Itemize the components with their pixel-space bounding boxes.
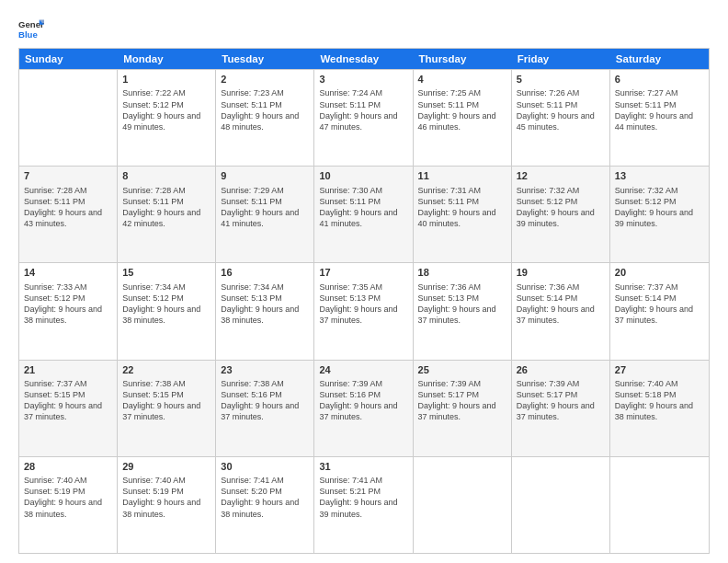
day-number: 5 — [517, 73, 605, 86]
day-cell-14: 14Sunrise: 7:33 AM Sunset: 5:12 PM Dayli… — [19, 263, 118, 359]
cell-info: Sunrise: 7:33 AM Sunset: 5:12 PM Dayligh… — [24, 282, 112, 327]
cell-info: Sunrise: 7:23 AM Sunset: 5:11 PM Dayligh… — [221, 87, 309, 132]
calendar: SundayMondayTuesdayWednesdayThursdayFrid… — [18, 48, 710, 554]
day-cell-17: 17Sunrise: 7:35 AM Sunset: 5:13 PM Dayli… — [314, 263, 413, 359]
day-number: 28 — [24, 460, 112, 474]
logo-icon: General Blue — [18, 17, 44, 42]
day-cell-31: 31Sunrise: 7:41 AM Sunset: 5:21 PM Dayli… — [314, 457, 413, 553]
day-cell-20: 20Sunrise: 7:37 AM Sunset: 5:14 PM Dayli… — [610, 263, 709, 359]
cell-info: Sunrise: 7:37 AM Sunset: 5:15 PM Dayligh… — [24, 378, 112, 423]
day-number: 8 — [122, 169, 210, 183]
cell-info: Sunrise: 7:40 AM Sunset: 5:19 PM Dayligh… — [122, 475, 210, 520]
day-number: 18 — [418, 266, 506, 280]
empty-cell — [19, 70, 118, 166]
cell-info: Sunrise: 7:24 AM Sunset: 5:11 PM Dayligh… — [319, 87, 407, 132]
day-number: 3 — [319, 73, 407, 86]
cell-info: Sunrise: 7:40 AM Sunset: 5:18 PM Dayligh… — [615, 378, 704, 423]
day-cell-10: 10Sunrise: 7:30 AM Sunset: 5:11 PM Dayli… — [314, 167, 413, 262]
day-number: 6 — [615, 73, 704, 86]
day-number: 15 — [122, 266, 210, 280]
cell-info: Sunrise: 7:30 AM Sunset: 5:11 PM Dayligh… — [319, 185, 407, 230]
header-day-thursday: Thursday — [414, 49, 512, 69]
cell-info: Sunrise: 7:38 AM Sunset: 5:15 PM Dayligh… — [122, 378, 210, 423]
cell-info: Sunrise: 7:34 AM Sunset: 5:13 PM Dayligh… — [221, 282, 309, 327]
day-cell-6: 6Sunrise: 7:27 AM Sunset: 5:11 PM Daylig… — [610, 70, 709, 166]
cell-info: Sunrise: 7:39 AM Sunset: 5:17 PM Dayligh… — [517, 378, 605, 423]
page: General Blue SundayMondayTuesdayWednesda… — [0, 0, 728, 563]
day-cell-26: 26Sunrise: 7:39 AM Sunset: 5:17 PM Dayli… — [512, 361, 610, 456]
calendar-body: 1Sunrise: 7:22 AM Sunset: 5:12 PM Daylig… — [19, 69, 709, 553]
day-number: 30 — [221, 460, 309, 474]
day-cell-2: 2Sunrise: 7:23 AM Sunset: 5:11 PM Daylig… — [216, 70, 314, 166]
day-number: 24 — [319, 363, 407, 377]
day-number: 16 — [221, 266, 309, 280]
day-cell-7: 7Sunrise: 7:28 AM Sunset: 5:11 PM Daylig… — [19, 167, 118, 262]
day-number: 29 — [122, 460, 210, 474]
header: General Blue — [18, 17, 710, 42]
empty-cell — [610, 457, 709, 553]
day-number: 9 — [221, 169, 309, 183]
day-cell-5: 5Sunrise: 7:26 AM Sunset: 5:11 PM Daylig… — [512, 70, 610, 166]
day-number: 7 — [24, 169, 112, 183]
day-number: 19 — [517, 266, 605, 280]
day-number: 13 — [615, 169, 704, 183]
day-number: 1 — [122, 73, 210, 86]
day-number: 22 — [122, 363, 210, 377]
day-cell-29: 29Sunrise: 7:40 AM Sunset: 5:19 PM Dayli… — [118, 457, 216, 553]
cell-info: Sunrise: 7:40 AM Sunset: 5:19 PM Dayligh… — [24, 475, 112, 520]
day-number: 10 — [319, 169, 407, 183]
day-cell-12: 12Sunrise: 7:32 AM Sunset: 5:12 PM Dayli… — [512, 167, 610, 262]
day-number: 11 — [418, 169, 506, 183]
header-day-friday: Friday — [512, 49, 610, 69]
day-cell-11: 11Sunrise: 7:31 AM Sunset: 5:11 PM Dayli… — [414, 167, 512, 262]
calendar-row-2: 7Sunrise: 7:28 AM Sunset: 5:11 PM Daylig… — [19, 166, 709, 262]
day-cell-16: 16Sunrise: 7:34 AM Sunset: 5:13 PM Dayli… — [216, 263, 314, 359]
calendar-row-1: 1Sunrise: 7:22 AM Sunset: 5:12 PM Daylig… — [19, 69, 709, 166]
day-cell-1: 1Sunrise: 7:22 AM Sunset: 5:12 PM Daylig… — [118, 70, 216, 166]
header-day-wednesday: Wednesday — [314, 49, 413, 69]
cell-info: Sunrise: 7:25 AM Sunset: 5:11 PM Dayligh… — [418, 87, 506, 132]
cell-info: Sunrise: 7:32 AM Sunset: 5:12 PM Dayligh… — [517, 185, 605, 230]
day-cell-28: 28Sunrise: 7:40 AM Sunset: 5:19 PM Dayli… — [19, 457, 118, 553]
cell-info: Sunrise: 7:27 AM Sunset: 5:11 PM Dayligh… — [615, 87, 704, 132]
cell-info: Sunrise: 7:29 AM Sunset: 5:11 PM Dayligh… — [221, 185, 309, 230]
calendar-row-4: 21Sunrise: 7:37 AM Sunset: 5:15 PM Dayli… — [19, 360, 709, 456]
day-cell-9: 9Sunrise: 7:29 AM Sunset: 5:11 PM Daylig… — [216, 167, 314, 262]
cell-info: Sunrise: 7:26 AM Sunset: 5:11 PM Dayligh… — [517, 87, 605, 132]
day-number: 14 — [24, 266, 112, 280]
day-number: 27 — [615, 363, 704, 377]
day-number: 21 — [24, 363, 112, 377]
day-number: 12 — [517, 169, 605, 183]
empty-cell — [414, 457, 512, 553]
header-day-tuesday: Tuesday — [216, 49, 314, 69]
cell-info: Sunrise: 7:36 AM Sunset: 5:13 PM Dayligh… — [418, 282, 506, 327]
day-cell-13: 13Sunrise: 7:32 AM Sunset: 5:12 PM Dayli… — [610, 167, 709, 262]
cell-info: Sunrise: 7:39 AM Sunset: 5:17 PM Dayligh… — [418, 378, 506, 423]
day-cell-23: 23Sunrise: 7:38 AM Sunset: 5:16 PM Dayli… — [216, 361, 314, 456]
logo: General Blue — [18, 17, 44, 42]
day-cell-8: 8Sunrise: 7:28 AM Sunset: 5:11 PM Daylig… — [118, 167, 216, 262]
calendar-row-5: 28Sunrise: 7:40 AM Sunset: 5:19 PM Dayli… — [19, 456, 709, 553]
day-cell-19: 19Sunrise: 7:36 AM Sunset: 5:14 PM Dayli… — [512, 263, 610, 359]
cell-info: Sunrise: 7:36 AM Sunset: 5:14 PM Dayligh… — [517, 282, 605, 327]
cell-info: Sunrise: 7:41 AM Sunset: 5:20 PM Dayligh… — [221, 475, 309, 520]
cell-info: Sunrise: 7:39 AM Sunset: 5:16 PM Dayligh… — [319, 378, 407, 423]
empty-cell — [512, 457, 610, 553]
day-cell-25: 25Sunrise: 7:39 AM Sunset: 5:17 PM Dayli… — [414, 361, 512, 456]
day-number: 20 — [615, 266, 704, 280]
cell-info: Sunrise: 7:38 AM Sunset: 5:16 PM Dayligh… — [221, 378, 309, 423]
cell-info: Sunrise: 7:32 AM Sunset: 5:12 PM Dayligh… — [615, 185, 704, 230]
cell-info: Sunrise: 7:28 AM Sunset: 5:11 PM Dayligh… — [122, 185, 210, 230]
day-number: 2 — [221, 73, 309, 86]
cell-info: Sunrise: 7:31 AM Sunset: 5:11 PM Dayligh… — [418, 185, 506, 230]
day-cell-18: 18Sunrise: 7:36 AM Sunset: 5:13 PM Dayli… — [414, 263, 512, 359]
cell-info: Sunrise: 7:22 AM Sunset: 5:12 PM Dayligh… — [122, 87, 210, 132]
day-cell-30: 30Sunrise: 7:41 AM Sunset: 5:20 PM Dayli… — [216, 457, 314, 553]
header-day-saturday: Saturday — [610, 49, 709, 69]
day-number: 31 — [319, 460, 407, 474]
calendar-row-3: 14Sunrise: 7:33 AM Sunset: 5:12 PM Dayli… — [19, 262, 709, 359]
day-number: 17 — [319, 266, 407, 280]
svg-text:Blue: Blue — [18, 29, 38, 40]
day-number: 23 — [221, 363, 309, 377]
calendar-header: SundayMondayTuesdayWednesdayThursdayFrid… — [19, 49, 709, 69]
